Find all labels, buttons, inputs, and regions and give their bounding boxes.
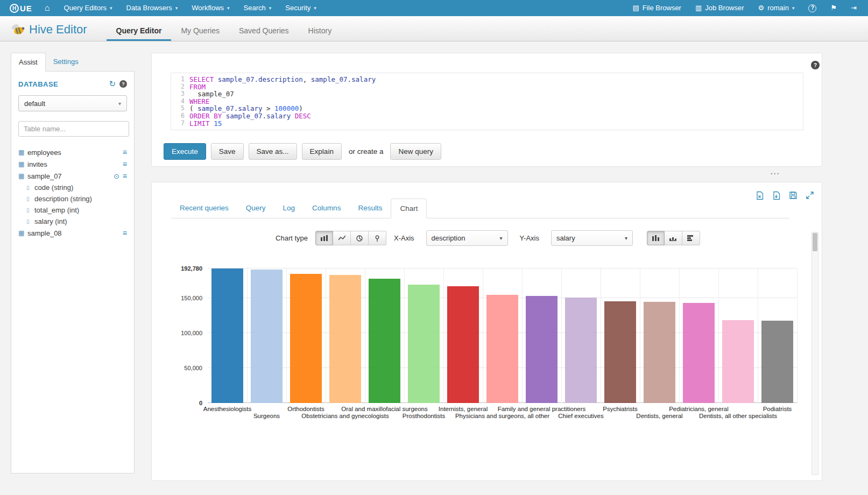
top-navbar: H UE ⌂ Query Editors ▾ Data Browsers ▾ W… [0,0,868,16]
home-button[interactable]: ⌂ [38,0,57,16]
menu-search[interactable]: Search ▾ [237,0,279,16]
x-axis-label: Orthodontists [287,406,324,412]
feedback-button[interactable]: ⚑ [823,0,844,16]
table-menu-icon[interactable]: ≡ [123,172,127,180]
table-row-sample-08[interactable]: ▦ sample_08 ≡ [18,227,127,239]
bars-horizontal-button[interactable] [682,231,700,245]
hue-logo-icon: H [10,4,19,13]
table-tree: ▦ employees ≡ ▦ invites ≡ ▦ sample_07 ⊙ … [18,146,127,239]
chart-type-bars-button[interactable] [315,231,333,245]
bars-stacked-button[interactable] [665,231,682,245]
chevron-down-icon: ▾ [110,0,112,16]
table-row-sample-07[interactable]: ▦ sample_07 ⊙ ≡ [18,170,127,182]
scrollbar-thumb[interactable] [813,233,817,251]
chart-bar-2[interactable] [251,270,282,403]
code-line: sample_07 [189,90,803,98]
logout-button[interactable]: ⇥ [844,0,864,16]
table-filter-input[interactable] [18,121,129,137]
x-axis-select[interactable]: description ▾ [426,230,508,246]
tab-saved-queries[interactable]: Saved Queries [229,19,299,41]
tab-recent-queries[interactable]: Recent queries [171,199,237,218]
database-select[interactable]: default ▾ [18,95,127,111]
column-row-description[interactable]: ▯ description (string) [18,193,127,204]
table-menu-icon[interactable]: ≡ [123,148,127,157]
results-tabs: Recent queries Query Log Columns Results… [171,199,789,218]
chart-bar-1[interactable] [211,268,243,403]
chart-type-map-button[interactable] [369,231,386,245]
chart-bar-5[interactable] [369,279,400,403]
chart-bar-10[interactable] [565,298,596,403]
menu-query-editors[interactable]: Query Editors ▾ [57,0,119,16]
tab-log[interactable]: Log [274,199,304,218]
bars-vertical-button[interactable] [647,231,665,245]
tab-columns[interactable]: Columns [304,199,349,218]
download-csv-icon[interactable] [772,191,781,200]
menu-workflows[interactable]: Workflows ▾ [185,0,236,16]
job-browser-button[interactable]: ▥ Job Browser [688,0,751,16]
tab-query-editor[interactable]: Query Editor [107,19,172,41]
chart-bar-8[interactable] [486,295,518,403]
user-menu[interactable]: ⚙ romain ▾ [751,0,802,16]
gridline [718,268,719,403]
tab-chart[interactable]: Chart [391,199,427,218]
refresh-icon[interactable]: ↻ [109,79,116,89]
editor-help-icon[interactable]: ? [811,61,820,69]
save-button[interactable]: Save [211,143,244,160]
expand-icon[interactable] [806,191,814,200]
file-browser-button[interactable]: ▤ File Browser [625,0,688,16]
chart-bar-4[interactable] [329,275,361,403]
menu-security[interactable]: Security ▾ [278,0,323,16]
editor-code[interactable]: SELECT sample_07.description, sample_07.… [189,76,803,127]
tab-results[interactable]: Results [349,199,391,218]
save-as-button[interactable]: Save as... [249,143,297,160]
table-menu-icon[interactable]: ≡ [123,229,127,237]
hue-logo[interactable]: H UE [4,4,38,13]
table-menu-icon[interactable]: ≡ [123,160,127,168]
chart-bar-7[interactable] [447,286,478,403]
column-row-total-emp[interactable]: ▯ total_emp (int) [18,204,127,216]
logout-icon: ⇥ [851,0,857,16]
tab-query[interactable]: Query [237,199,274,218]
chart-type-group [315,231,386,245]
table-row-invites[interactable]: ▦ invites ≡ [18,158,127,170]
assist-help-icon[interactable]: ? [119,80,127,88]
chart-controls: Chart type X-Axis [152,230,822,246]
y-axis-select[interactable]: salary ▾ [551,230,633,246]
chart-bar-9[interactable] [526,296,557,403]
help-button[interactable]: ? [801,4,823,12]
tab-assist[interactable]: Assist [11,53,46,72]
chart-bar-11[interactable] [604,301,636,403]
chart-bar-12[interactable] [644,302,675,403]
tab-settings[interactable]: Settings [46,53,86,71]
table-row-employees[interactable]: ▦ employees ≡ [18,146,127,158]
menu-data-browsers[interactable]: Data Browsers ▾ [119,0,185,16]
gridline [483,268,483,403]
gridline [404,268,405,403]
chart-bar-14[interactable] [722,320,753,403]
gridline [758,268,758,403]
save-results-icon[interactable] [789,191,798,200]
tab-my-queries[interactable]: My Queries [171,19,229,41]
chart-type-line-button[interactable] [333,231,351,245]
chart-bar-3[interactable] [290,274,321,403]
results-scrollbar[interactable] [811,232,818,475]
resize-handle[interactable]: ⋯ [770,168,779,179]
chart-bar-15[interactable] [761,321,793,403]
column-row-salary[interactable]: ▯ salary (int) [18,216,127,227]
execute-button[interactable]: Execute [164,143,206,160]
chart-bar-13[interactable] [683,303,714,403]
sql-editor[interactable]: 1234567 SELECT sample_07.description, sa… [171,73,803,130]
preview-eye-icon[interactable]: ⊙ [114,172,119,180]
bar-orientation-group [647,231,700,245]
chart-bar-6[interactable] [408,285,439,403]
x-axis-label: Chief executives [558,413,603,419]
chevron-down-icon: ▾ [792,0,795,16]
column-row-code[interactable]: ▯ code (string) [18,182,127,193]
new-query-button[interactable]: New query [390,143,441,160]
tab-history[interactable]: History [299,19,342,41]
explain-button[interactable]: Explain [302,143,342,160]
download-xls-icon[interactable] [756,191,764,200]
home-icon: ⌂ [45,0,50,16]
chart-type-pie-button[interactable] [351,231,369,245]
file-browser-icon: ▤ [632,0,639,16]
